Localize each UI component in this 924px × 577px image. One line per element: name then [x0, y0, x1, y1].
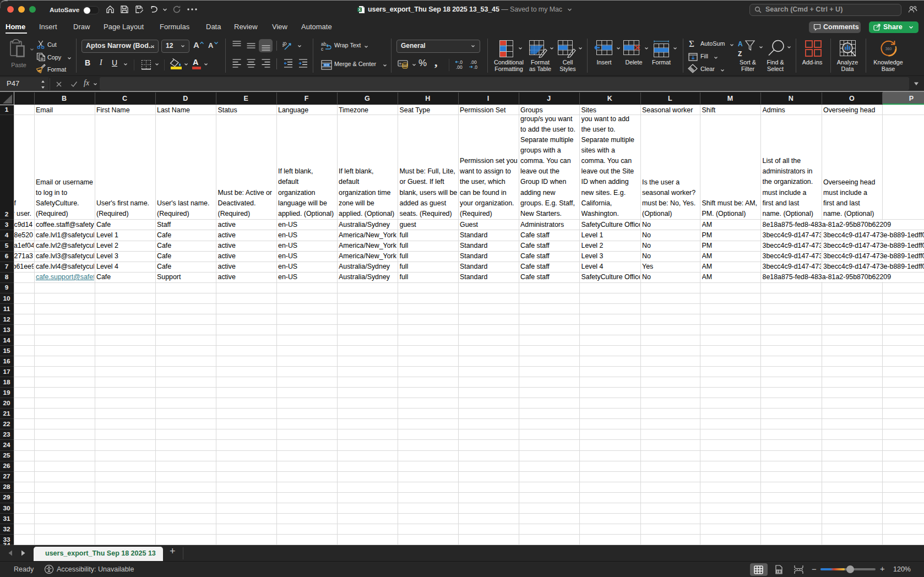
svg-text:¤: ¤ — [399, 62, 401, 66]
svg-text:A: A — [738, 40, 743, 48]
svg-text:.00: .00 — [456, 64, 463, 69]
svg-text:X: X — [358, 8, 361, 12]
svg-text:Z: Z — [738, 50, 742, 58]
svg-text:.0: .0 — [474, 64, 477, 69]
svg-text:c: c — [321, 46, 324, 52]
svg-text:360: 360 — [885, 47, 892, 51]
